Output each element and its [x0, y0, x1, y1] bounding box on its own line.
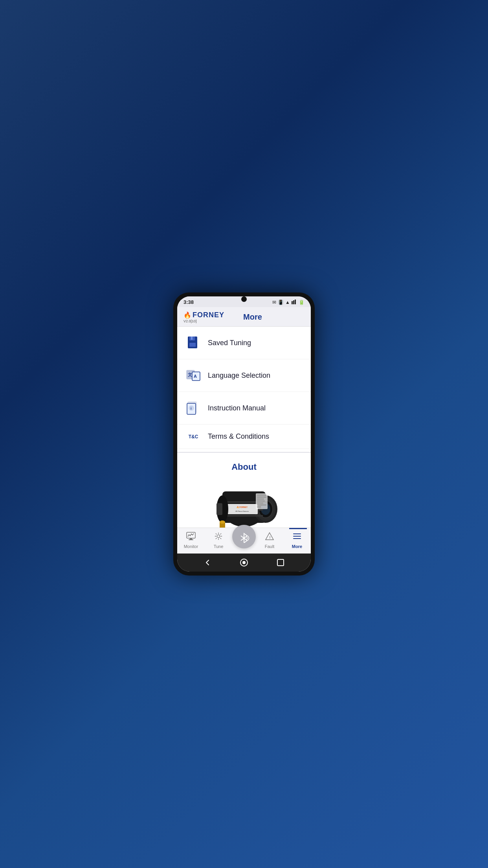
- fault-label: Fault: [265, 544, 274, 549]
- nav-more[interactable]: More: [283, 530, 311, 550]
- svg-text:i: i: [191, 406, 192, 410]
- tc-icon: T&C: [185, 434, 202, 440]
- fault-icon: !: [265, 532, 274, 543]
- monitor-label: Monitor: [184, 544, 198, 549]
- terms-conditions-item[interactable]: T&C Terms & Conditions: [177, 425, 311, 449]
- svg-text:HD Flame Detector: HD Flame Detector: [235, 510, 249, 512]
- svg-rect-33: [257, 495, 266, 496]
- bluetooth-button[interactable]: [232, 525, 256, 548]
- device-image: 🔥 FORNEY HD Flame Detector: [205, 478, 283, 528]
- nav-monitor[interactable]: Monitor: [177, 530, 205, 550]
- camera-notch: [241, 296, 247, 302]
- svg-rect-60: [277, 559, 284, 566]
- page-title: More: [243, 313, 262, 322]
- svg-line-51: [220, 533, 222, 535]
- android-nav: [177, 554, 311, 572]
- tune-label: Tune: [214, 544, 224, 549]
- wifi-icon: ▲: [285, 300, 290, 305]
- svg-rect-42: [189, 539, 193, 540]
- about-title: About: [231, 462, 257, 472]
- nav-fault[interactable]: ! Fault: [256, 530, 283, 550]
- more-icon: [292, 532, 302, 543]
- svg-line-48: [216, 533, 217, 535]
- nav-tune[interactable]: Tune: [205, 530, 232, 550]
- svg-rect-31: [216, 503, 222, 515]
- svg-rect-23: [224, 515, 263, 517]
- back-button[interactable]: [202, 557, 213, 568]
- saved-tuning-label: Saved Tuning: [208, 339, 251, 347]
- logo-version: V2.0[10]: [183, 319, 224, 323]
- phone-frame: 3:38 ✉ 📳 ▲ 🔋 🔥FORNEY V2.0[10] More: [173, 292, 315, 576]
- logo-area: 🔥FORNEY V2.0[10]: [183, 311, 224, 323]
- bottom-nav: Monitor Tune: [177, 528, 311, 554]
- signal-icon: [292, 299, 297, 305]
- instruction-manual-label: Instruction Manual: [208, 404, 266, 412]
- svg-rect-35: [257, 498, 264, 500]
- recents-button[interactable]: [275, 557, 286, 568]
- app-header: 🔥FORNEY V2.0[10] More: [177, 307, 311, 327]
- svg-point-59: [242, 561, 246, 564]
- svg-rect-5: [191, 337, 193, 340]
- svg-rect-6: [189, 343, 196, 347]
- saved-tuning-icon: [185, 335, 202, 351]
- svg-text:🔥 FORNEY: 🔥 FORNEY: [237, 506, 248, 509]
- instruction-manual-icon: i: [185, 400, 202, 416]
- svg-line-52: [241, 536, 244, 538]
- svg-point-30: [220, 520, 225, 524]
- email-icon: ✉: [272, 300, 276, 305]
- svg-rect-24: [226, 504, 258, 514]
- more-label: More: [292, 544, 302, 549]
- svg-text:!: !: [270, 535, 271, 539]
- vibrate-icon: 📳: [278, 300, 284, 305]
- instruction-manual-item[interactable]: i Instruction Manual: [177, 392, 311, 425]
- svg-line-50: [216, 538, 217, 539]
- svg-rect-39: [257, 506, 261, 508]
- section-divider: [177, 452, 311, 452]
- about-section: About: [177, 456, 311, 528]
- home-button[interactable]: [239, 557, 249, 568]
- content-scroll[interactable]: Saved Tuning 文 A Language Selection: [177, 327, 311, 528]
- monitor-icon: [186, 532, 196, 543]
- language-icon: 文 A: [185, 367, 202, 384]
- svg-text:A: A: [194, 374, 197, 379]
- svg-text:文: 文: [188, 372, 192, 377]
- svg-rect-2: [295, 300, 296, 304]
- svg-rect-34: [257, 497, 266, 498]
- svg-rect-38: [257, 504, 266, 506]
- svg-rect-1: [293, 300, 294, 304]
- language-selection-label: Language Selection: [208, 371, 270, 380]
- svg-line-53: [241, 538, 244, 541]
- svg-rect-0: [292, 301, 293, 304]
- tune-icon: [214, 532, 223, 543]
- saved-tuning-item[interactable]: Saved Tuning: [177, 327, 311, 359]
- status-time: 3:38: [183, 299, 194, 305]
- svg-point-43: [217, 535, 220, 537]
- language-selection-item[interactable]: 文 A Language Selection: [177, 359, 311, 392]
- battery-icon: 🔋: [299, 300, 305, 305]
- svg-rect-36: [257, 500, 265, 502]
- logo-text: 🔥FORNEY: [183, 311, 224, 319]
- phone-screen: 3:38 ✉ 📳 ▲ 🔋 🔥FORNEY V2.0[10] More: [177, 296, 311, 572]
- svg-rect-37: [257, 502, 263, 504]
- svg-rect-41: [190, 538, 192, 539]
- terms-conditions-label: Terms & Conditions: [208, 432, 269, 441]
- svg-line-49: [220, 538, 222, 539]
- flame-icon: 🔥: [183, 312, 192, 318]
- svg-rect-40: [187, 532, 195, 538]
- status-icons: ✉ 📳 ▲ 🔋: [272, 299, 305, 305]
